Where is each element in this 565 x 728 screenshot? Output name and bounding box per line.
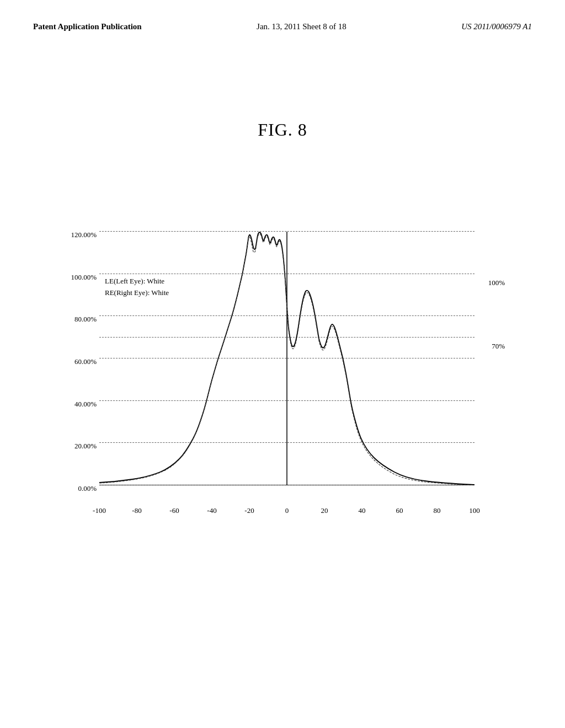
chart-container: 120.00% 100.00% 80.00% 60.00% 40.00% 20.…: [55, 232, 508, 507]
y-label-20: 20.00%: [74, 442, 97, 451]
figure-title: FIG. 8: [0, 120, 565, 140]
chart-svg: [99, 232, 475, 485]
y-label-80: 80.00%: [74, 315, 97, 324]
x-label--80: -80: [132, 506, 141, 515]
x-label--60: -60: [169, 506, 179, 515]
right-label-70: 70%: [492, 342, 505, 351]
y-label-100: 100.00%: [71, 273, 97, 282]
x-label--40: -40: [207, 506, 216, 515]
header-left: Patent Application Publication: [33, 22, 142, 31]
x-label-100: 100: [469, 506, 480, 515]
x-label--20: -20: [244, 506, 254, 515]
x-label-60: 60: [396, 506, 403, 515]
y-label-40: 40.00%: [74, 400, 97, 409]
header-center: Jan. 13, 2011 Sheet 8 of 18: [257, 22, 347, 31]
y-label-0: 0.00%: [78, 484, 97, 493]
page-header: Patent Application Publication Jan. 13, …: [0, 0, 565, 31]
x-label-40: 40: [359, 506, 366, 515]
x-label-0: 0: [285, 506, 289, 515]
y-label-120: 120.00%: [71, 231, 97, 239]
x-label-80: 80: [434, 506, 441, 515]
right-label-100: 100%: [488, 279, 505, 287]
x-label--100: -100: [93, 506, 106, 515]
x-label-20: 20: [321, 506, 328, 515]
chart-area: 100% 70% LE(Left Eye): White RE(Right Ey…: [99, 232, 475, 485]
header-right: US 2011/0006979 A1: [461, 22, 532, 31]
y-label-60: 60.00%: [74, 357, 97, 366]
y-axis: 120.00% 100.00% 80.00% 60.00% 40.00% 20.…: [55, 232, 99, 485]
